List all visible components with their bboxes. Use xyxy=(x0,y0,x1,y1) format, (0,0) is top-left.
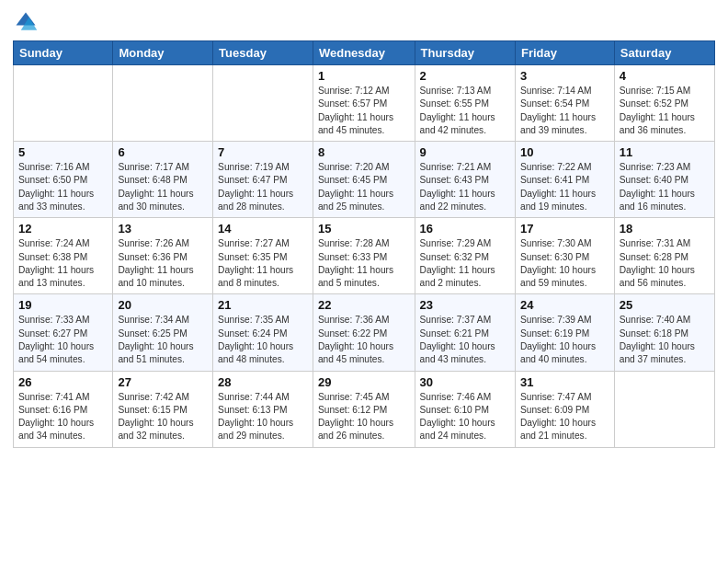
day-number: 17 xyxy=(520,222,609,236)
weekday-header-tuesday: Tuesday xyxy=(213,41,313,65)
week-row-1: 1Sunrise: 7:12 AM Sunset: 6:57 PM Daylig… xyxy=(14,65,715,142)
day-number: 24 xyxy=(520,298,609,312)
day-info: Sunrise: 7:14 AM Sunset: 6:54 PM Dayligh… xyxy=(520,85,609,137)
day-cell: 17Sunrise: 7:30 AM Sunset: 6:30 PM Dayli… xyxy=(515,218,614,294)
day-cell xyxy=(213,65,313,142)
day-cell xyxy=(113,65,213,142)
day-number: 27 xyxy=(118,375,208,389)
day-cell: 5Sunrise: 7:16 AM Sunset: 6:50 PM Daylig… xyxy=(14,142,113,218)
day-info: Sunrise: 7:12 AM Sunset: 6:57 PM Dayligh… xyxy=(318,85,410,137)
day-cell: 3Sunrise: 7:14 AM Sunset: 6:54 PM Daylig… xyxy=(515,65,614,142)
day-cell: 10Sunrise: 7:22 AM Sunset: 6:41 PM Dayli… xyxy=(515,142,614,218)
day-number: 23 xyxy=(420,298,510,312)
page: SundayMondayTuesdayWednesdayThursdayFrid… xyxy=(0,0,728,563)
day-info: Sunrise: 7:17 AM Sunset: 6:48 PM Dayligh… xyxy=(118,161,208,213)
day-number: 15 xyxy=(318,222,410,236)
weekday-header-monday: Monday xyxy=(113,41,213,65)
logo xyxy=(13,9,42,35)
day-number: 26 xyxy=(18,375,108,389)
week-row-3: 12Sunrise: 7:24 AM Sunset: 6:38 PM Dayli… xyxy=(14,218,715,294)
day-info: Sunrise: 7:44 AM Sunset: 6:13 PM Dayligh… xyxy=(218,391,308,443)
day-info: Sunrise: 7:34 AM Sunset: 6:25 PM Dayligh… xyxy=(118,314,208,366)
header xyxy=(13,9,715,35)
day-info: Sunrise: 7:28 AM Sunset: 6:33 PM Dayligh… xyxy=(318,237,410,290)
day-cell: 8Sunrise: 7:20 AM Sunset: 6:45 PM Daylig… xyxy=(313,142,415,218)
day-cell xyxy=(14,65,113,142)
day-info: Sunrise: 7:46 AM Sunset: 6:10 PM Dayligh… xyxy=(420,391,510,443)
day-cell: 24Sunrise: 7:39 AM Sunset: 6:19 PM Dayli… xyxy=(515,294,614,371)
day-number: 19 xyxy=(18,298,108,312)
day-number: 1 xyxy=(318,69,410,83)
day-number: 31 xyxy=(520,375,609,389)
day-cell: 29Sunrise: 7:45 AM Sunset: 6:12 PM Dayli… xyxy=(313,371,415,447)
weekday-header-thursday: Thursday xyxy=(415,41,515,65)
day-number: 14 xyxy=(218,222,308,236)
day-cell: 12Sunrise: 7:24 AM Sunset: 6:38 PM Dayli… xyxy=(14,218,113,294)
weekday-header-friday: Friday xyxy=(515,41,614,65)
day-cell: 20Sunrise: 7:34 AM Sunset: 6:25 PM Dayli… xyxy=(113,294,213,371)
day-cell: 13Sunrise: 7:26 AM Sunset: 6:36 PM Dayli… xyxy=(113,218,213,294)
day-cell: 6Sunrise: 7:17 AM Sunset: 6:48 PM Daylig… xyxy=(113,142,213,218)
day-info: Sunrise: 7:47 AM Sunset: 6:09 PM Dayligh… xyxy=(520,391,609,443)
day-number: 30 xyxy=(420,375,510,389)
day-number: 6 xyxy=(118,145,208,159)
day-info: Sunrise: 7:15 AM Sunset: 6:52 PM Dayligh… xyxy=(620,85,710,137)
day-number: 22 xyxy=(318,298,410,312)
day-info: Sunrise: 7:26 AM Sunset: 6:36 PM Dayligh… xyxy=(118,237,208,290)
day-cell: 30Sunrise: 7:46 AM Sunset: 6:10 PM Dayli… xyxy=(415,371,515,447)
day-number: 10 xyxy=(520,145,609,159)
day-info: Sunrise: 7:36 AM Sunset: 6:22 PM Dayligh… xyxy=(318,314,410,366)
day-info: Sunrise: 7:22 AM Sunset: 6:41 PM Dayligh… xyxy=(520,161,609,213)
week-row-5: 26Sunrise: 7:41 AM Sunset: 6:16 PM Dayli… xyxy=(14,371,715,447)
day-number: 29 xyxy=(318,375,410,389)
day-cell: 16Sunrise: 7:29 AM Sunset: 6:32 PM Dayli… xyxy=(415,218,515,294)
calendar-table: SundayMondayTuesdayWednesdayThursdayFrid… xyxy=(13,40,715,448)
day-info: Sunrise: 7:41 AM Sunset: 6:16 PM Dayligh… xyxy=(18,391,108,443)
day-info: Sunrise: 7:24 AM Sunset: 6:38 PM Dayligh… xyxy=(18,237,108,290)
day-cell: 14Sunrise: 7:27 AM Sunset: 6:35 PM Dayli… xyxy=(213,218,313,294)
day-number: 7 xyxy=(218,145,308,159)
day-info: Sunrise: 7:40 AM Sunset: 6:18 PM Dayligh… xyxy=(620,314,710,366)
day-cell: 4Sunrise: 7:15 AM Sunset: 6:52 PM Daylig… xyxy=(614,65,714,142)
week-row-2: 5Sunrise: 7:16 AM Sunset: 6:50 PM Daylig… xyxy=(14,142,715,218)
day-cell: 11Sunrise: 7:23 AM Sunset: 6:40 PM Dayli… xyxy=(614,142,714,218)
day-number: 16 xyxy=(420,222,510,236)
weekday-header-row: SundayMondayTuesdayWednesdayThursdayFrid… xyxy=(14,41,715,65)
day-cell: 27Sunrise: 7:42 AM Sunset: 6:15 PM Dayli… xyxy=(113,371,213,447)
day-cell: 21Sunrise: 7:35 AM Sunset: 6:24 PM Dayli… xyxy=(213,294,313,371)
day-cell: 7Sunrise: 7:19 AM Sunset: 6:47 PM Daylig… xyxy=(213,142,313,218)
day-info: Sunrise: 7:23 AM Sunset: 6:40 PM Dayligh… xyxy=(620,161,710,213)
day-info: Sunrise: 7:45 AM Sunset: 6:12 PM Dayligh… xyxy=(318,391,410,443)
day-info: Sunrise: 7:31 AM Sunset: 6:28 PM Dayligh… xyxy=(620,237,710,290)
day-info: Sunrise: 7:20 AM Sunset: 6:45 PM Dayligh… xyxy=(318,161,410,213)
day-number: 18 xyxy=(620,222,710,236)
day-cell: 23Sunrise: 7:37 AM Sunset: 6:21 PM Dayli… xyxy=(415,294,515,371)
day-cell: 1Sunrise: 7:12 AM Sunset: 6:57 PM Daylig… xyxy=(313,65,415,142)
day-info: Sunrise: 7:30 AM Sunset: 6:30 PM Dayligh… xyxy=(520,237,609,290)
day-cell: 9Sunrise: 7:21 AM Sunset: 6:43 PM Daylig… xyxy=(415,142,515,218)
day-number: 2 xyxy=(420,69,510,83)
day-cell: 15Sunrise: 7:28 AM Sunset: 6:33 PM Dayli… xyxy=(313,218,415,294)
day-info: Sunrise: 7:21 AM Sunset: 6:43 PM Dayligh… xyxy=(420,161,510,213)
day-number: 9 xyxy=(420,145,510,159)
day-cell: 26Sunrise: 7:41 AM Sunset: 6:16 PM Dayli… xyxy=(14,371,113,447)
day-cell: 22Sunrise: 7:36 AM Sunset: 6:22 PM Dayli… xyxy=(313,294,415,371)
day-info: Sunrise: 7:16 AM Sunset: 6:50 PM Dayligh… xyxy=(18,161,108,213)
day-number: 4 xyxy=(620,69,710,83)
day-number: 12 xyxy=(18,222,108,236)
day-info: Sunrise: 7:27 AM Sunset: 6:35 PM Dayligh… xyxy=(218,237,308,290)
day-number: 3 xyxy=(520,69,609,83)
day-number: 28 xyxy=(218,375,308,389)
day-info: Sunrise: 7:13 AM Sunset: 6:55 PM Dayligh… xyxy=(420,85,510,137)
day-cell xyxy=(614,371,714,447)
day-number: 25 xyxy=(620,298,710,312)
day-info: Sunrise: 7:37 AM Sunset: 6:21 PM Dayligh… xyxy=(420,314,510,366)
day-number: 13 xyxy=(118,222,208,236)
day-cell: 28Sunrise: 7:44 AM Sunset: 6:13 PM Dayli… xyxy=(213,371,313,447)
day-cell: 2Sunrise: 7:13 AM Sunset: 6:55 PM Daylig… xyxy=(415,65,515,142)
weekday-header-saturday: Saturday xyxy=(614,41,714,65)
weekday-header-sunday: Sunday xyxy=(14,41,113,65)
day-cell: 31Sunrise: 7:47 AM Sunset: 6:09 PM Dayli… xyxy=(515,371,614,447)
day-info: Sunrise: 7:33 AM Sunset: 6:27 PM Dayligh… xyxy=(18,314,108,366)
day-number: 11 xyxy=(620,145,710,159)
